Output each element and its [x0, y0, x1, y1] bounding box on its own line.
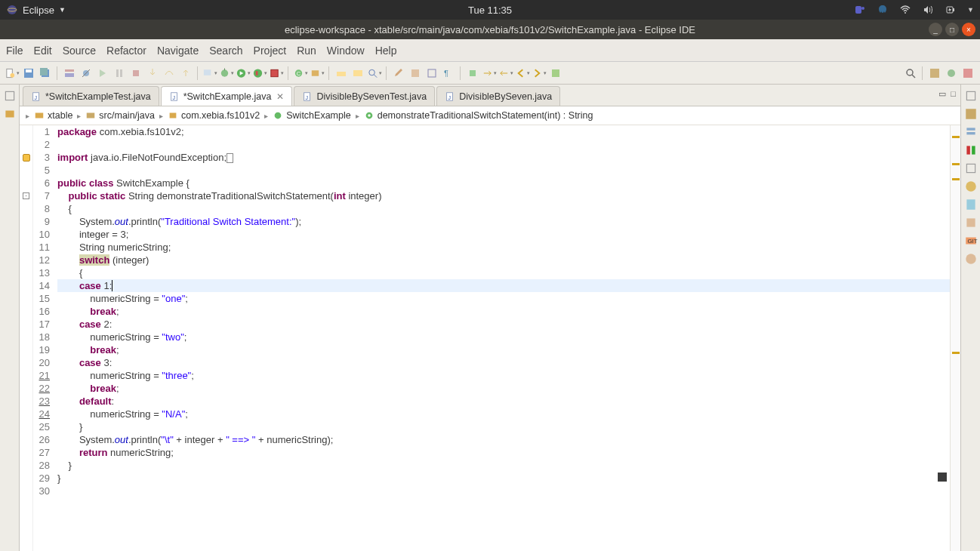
- line-number[interactable]: 6: [33, 177, 50, 189]
- code-line[interactable]: break;: [57, 305, 950, 318]
- line-number[interactable]: 12: [33, 254, 50, 266]
- code-line[interactable]: return numericString;: [57, 446, 950, 459]
- teams-icon[interactable]: [854, 4, 866, 16]
- open-type-button[interactable]: [202, 66, 217, 81]
- task-list-icon[interactable]: [964, 107, 978, 121]
- open-call-hierarchy-button[interactable]: [350, 66, 365, 81]
- code-line[interactable]: switch (integer): [57, 254, 950, 266]
- code-editor[interactable]: - 12356789101112131415161718192021222324…: [20, 125, 960, 551]
- perspective-debug-button[interactable]: [944, 66, 959, 81]
- outline-icon[interactable]: [964, 125, 978, 139]
- line-number[interactable]: 13: [33, 266, 50, 279]
- code-line[interactable]: System.out.println("\t" + integer + " ==…: [57, 433, 950, 446]
- code-line[interactable]: default:: [57, 395, 950, 408]
- code-line[interactable]: [57, 164, 950, 177]
- problems-icon[interactable]: [964, 180, 978, 193]
- package-explorer-icon[interactable]: [3, 107, 17, 121]
- crumb-srcfolder[interactable]: src/main/java: [99, 110, 155, 121]
- volume-icon[interactable]: [922, 4, 934, 16]
- menu-source[interactable]: Source: [63, 45, 96, 57]
- fold-toggle-icon[interactable]: -: [23, 192, 29, 199]
- line-number[interactable]: 2: [33, 138, 50, 151]
- pin-editor-button[interactable]: [465, 66, 480, 81]
- topbar-app-label[interactable]: Eclipse: [23, 5, 54, 16]
- menu-navigate[interactable]: Navigate: [157, 45, 199, 57]
- line-number[interactable]: 29: [33, 472, 50, 485]
- line-number[interactable]: 24: [33, 408, 50, 420]
- code-line[interactable]: import java.io.FileNotFoundException;: [57, 151, 950, 164]
- code-line[interactable]: package com.xebia.fs101v2;: [57, 125, 950, 138]
- line-number[interactable]: 11: [33, 241, 50, 254]
- code-line[interactable]: [57, 138, 950, 151]
- line-number[interactable]: 9: [33, 215, 50, 228]
- code-line[interactable]: public class SwitchExample {: [57, 177, 950, 189]
- debug-button[interactable]: [219, 66, 234, 81]
- code-line[interactable]: }: [57, 472, 950, 485]
- menu-help[interactable]: Help: [375, 45, 397, 57]
- window-maximize-button[interactable]: □: [945, 23, 959, 36]
- breadcrumb[interactable]: ▸ xtable ▸ src/main/java ▸ com.xebia.fs1…: [20, 106, 960, 125]
- history-icon[interactable]: [964, 252, 978, 266]
- code-line[interactable]: case 2:: [57, 318, 950, 331]
- restore-icon[interactable]: [3, 89, 17, 103]
- line-number[interactable]: 7: [33, 189, 50, 202]
- restore-icon-2[interactable]: [964, 162, 978, 175]
- line-number[interactable]: 23: [33, 395, 50, 408]
- line-number[interactable]: 21: [33, 369, 50, 382]
- perspective-git-button[interactable]: [960, 66, 975, 81]
- system-menu-caret[interactable]: ▼: [967, 6, 974, 14]
- step-return-button[interactable]: [178, 66, 193, 81]
- task-button[interactable]: [408, 66, 423, 81]
- quick-access-button[interactable]: [903, 66, 918, 81]
- toggle-block-selection-button[interactable]: [424, 66, 439, 81]
- perspective-java-button[interactable]: [927, 66, 942, 81]
- save-button[interactable]: [21, 66, 36, 81]
- toggle-breadcrumb-button[interactable]: [62, 66, 77, 81]
- line-number[interactable]: 26: [33, 433, 50, 446]
- code-line[interactable]: numericString = "one";: [57, 292, 950, 305]
- menu-file[interactable]: File: [6, 45, 23, 57]
- search-button[interactable]: [367, 66, 382, 81]
- code-line[interactable]: integer = 3;: [57, 228, 950, 241]
- line-number[interactable]: 20: [33, 356, 50, 369]
- line-number[interactable]: 30: [33, 485, 50, 497]
- show-whitespace-button[interactable]: ¶: [441, 66, 456, 81]
- code-line[interactable]: break;: [57, 343, 950, 356]
- code-line[interactable]: System.out.println("Traditional Switch S…: [57, 215, 950, 228]
- suspend-button[interactable]: [112, 66, 127, 81]
- line-number[interactable]: 27: [33, 446, 50, 459]
- coverage-button[interactable]: [252, 66, 267, 81]
- editor-tab[interactable]: J*SwitchExampleTest.java: [23, 86, 159, 106]
- line-number[interactable]: 10: [33, 228, 50, 241]
- line-number[interactable]: 17: [33, 318, 50, 331]
- prev-annotation-button[interactable]: [498, 66, 513, 81]
- run-button[interactable]: [236, 66, 251, 81]
- code-line[interactable]: numericString = "three";: [57, 369, 950, 382]
- postgres-icon[interactable]: [877, 4, 889, 16]
- git-staging-icon[interactable]: GIT: [964, 234, 978, 248]
- code-line[interactable]: [57, 485, 950, 497]
- external-tools-button[interactable]: [269, 66, 284, 81]
- line-number[interactable]: 8: [33, 202, 50, 215]
- menu-edit[interactable]: Edit: [34, 45, 52, 57]
- line-number[interactable]: 18: [33, 331, 50, 343]
- minimize-view-icon[interactable]: ▭: [938, 89, 946, 99]
- line-number[interactable]: 25: [33, 420, 50, 433]
- code-line[interactable]: numericString = "two";: [57, 331, 950, 343]
- last-edit-button[interactable]: [548, 66, 563, 81]
- line-number[interactable]: 16: [33, 305, 50, 318]
- line-number[interactable]: 14: [33, 279, 50, 292]
- open-type-hierarchy-button[interactable]: [334, 66, 349, 81]
- line-number[interactable]: 28: [33, 459, 50, 472]
- save-all-button[interactable]: [38, 66, 53, 81]
- maximize-view-icon[interactable]: □: [951, 89, 956, 99]
- wifi-icon[interactable]: [899, 4, 911, 16]
- code-line[interactable]: numericString = "N/A";: [57, 408, 950, 420]
- menu-window[interactable]: Window: [327, 45, 365, 57]
- line-number[interactable]: 1: [33, 125, 50, 138]
- code-line[interactable]: String numericString;: [57, 241, 950, 254]
- back-button[interactable]: [515, 66, 530, 81]
- editor-tab[interactable]: JDivisibleBySeven.java: [436, 86, 560, 106]
- annotation-nav-button[interactable]: [482, 66, 497, 81]
- new-button[interactable]: [5, 66, 20, 81]
